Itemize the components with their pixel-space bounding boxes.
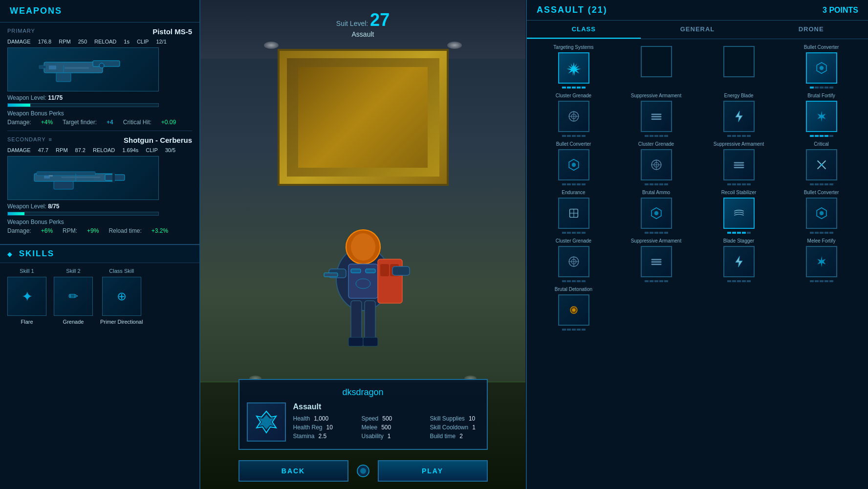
secondary-weapon-image[interactable] bbox=[7, 156, 159, 200]
tab-class[interactable]: CLASS bbox=[527, 21, 641, 39]
svg-rect-42 bbox=[651, 113, 661, 115]
perk-icon-7[interactable] bbox=[806, 101, 837, 132]
perk-item-12[interactable]: Endurance bbox=[534, 189, 613, 234]
primary-reload-val: 1s bbox=[124, 39, 130, 44]
perk-icon-13[interactable] bbox=[641, 198, 672, 229]
perk-item-11[interactable]: Critical bbox=[782, 141, 861, 185]
perk-item-3[interactable]: Bullet Converter bbox=[782, 44, 861, 89]
perk-item-4[interactable]: Cluster Grenade bbox=[534, 92, 613, 137]
secondary-level-label: Weapon Level: 8/75 bbox=[7, 203, 192, 210]
svg-rect-1 bbox=[93, 61, 120, 67]
perk-icon-5[interactable] bbox=[641, 101, 672, 132]
perk-item-14[interactable]: Recoil Stabilizer bbox=[699, 189, 778, 234]
skill-1: Skill 1 ✦ Flare bbox=[7, 268, 46, 325]
perk-icon-11[interactable] bbox=[806, 149, 837, 180]
perk-icon-6[interactable] bbox=[723, 101, 755, 132]
svg-point-56 bbox=[820, 164, 822, 166]
perk-icon-20[interactable] bbox=[558, 294, 589, 326]
play-button[interactable]: PLAY bbox=[378, 460, 488, 482]
room-door-inner bbox=[287, 58, 439, 177]
back-button[interactable]: BACK bbox=[239, 460, 348, 482]
primary-perk3-key: Critical Hit: bbox=[123, 119, 152, 126]
perk-icon-15[interactable] bbox=[806, 198, 837, 229]
primary-perk-stats: Damage: +4% Target finder: +4 Critical H… bbox=[7, 119, 192, 126]
svg-point-37 bbox=[819, 66, 823, 70]
primary-rpm-label: RPM bbox=[59, 39, 70, 44]
skill-class-box[interactable]: ⊕ bbox=[102, 277, 141, 316]
room-light-right bbox=[447, 42, 462, 49]
perk-icon-18[interactable] bbox=[723, 246, 755, 277]
perk-item-0[interactable]: Targeting Systems bbox=[534, 44, 613, 89]
tab-general[interactable]: GENERAL bbox=[641, 21, 755, 39]
perk-icon-0[interactable] bbox=[558, 52, 589, 84]
perk-icon-8[interactable] bbox=[558, 149, 589, 180]
svg-rect-51 bbox=[734, 162, 744, 163]
perk-name-12: Endurance bbox=[562, 189, 585, 196]
primary-damage-val: 176.8 bbox=[38, 39, 52, 44]
svg-rect-70 bbox=[651, 264, 661, 265]
perk-item-5[interactable]: Suppressive Armament bbox=[617, 92, 695, 137]
perk-icon-12[interactable] bbox=[558, 198, 589, 229]
perk-item-13[interactable]: Brutal Ammo bbox=[617, 189, 695, 234]
perk-name-5: Suppressive Armament bbox=[631, 92, 681, 99]
tabs-bar: CLASS GENERAL DRONE bbox=[527, 21, 868, 39]
perk-icon-14[interactable] bbox=[723, 198, 755, 229]
svg-rect-27 bbox=[392, 267, 410, 275]
perk-icon-16[interactable] bbox=[558, 246, 589, 277]
room-door bbox=[278, 49, 449, 186]
svg-rect-5 bbox=[39, 66, 46, 68]
perk-item-10[interactable]: Suppressive Armament bbox=[699, 141, 778, 185]
skills-section: Skill 1 ✦ Flare Skill 2 ✏ Grenade Class … bbox=[0, 263, 199, 330]
perk-item-17[interactable]: Suppressive Armament bbox=[617, 238, 695, 282]
perk-item-19[interactable]: Melee Fortify bbox=[782, 238, 861, 282]
perk-item-16[interactable]: Cluster Grenade bbox=[534, 238, 613, 282]
perk-name-16: Cluster Grenade bbox=[556, 238, 591, 244]
profile-class-icon bbox=[247, 402, 286, 442]
primary-weapon-image[interactable] bbox=[7, 47, 159, 91]
perk-icon-17[interactable] bbox=[641, 246, 672, 277]
skill-class-icon: ⊕ bbox=[117, 289, 127, 303]
perk-icon-3[interactable] bbox=[806, 52, 837, 84]
svg-rect-44 bbox=[651, 118, 661, 120]
tab-drone[interactable]: DRONE bbox=[754, 21, 868, 39]
perk-item-8[interactable]: Bullet Converter bbox=[534, 141, 613, 185]
perk-icon-9[interactable] bbox=[641, 149, 672, 180]
perk-item-20[interactable]: Brutal Detonation bbox=[534, 286, 613, 331]
primary-stats: DAMAGE 176.8 RPM 250 RELOAD 1s CLIP 12/1 bbox=[7, 39, 192, 44]
right-panel: ASSAULT (21) 3 POINTS CLASS GENERAL DRON… bbox=[526, 0, 868, 489]
perk-icon-2 bbox=[723, 46, 755, 77]
perk-item-15[interactable]: Bullet Converter bbox=[782, 189, 861, 234]
skill-2-box[interactable]: ✏ bbox=[54, 277, 93, 316]
perk-name-11: Critical bbox=[814, 141, 829, 147]
svg-rect-8 bbox=[34, 174, 115, 181]
perk-name-3: Bullet Converter bbox=[804, 44, 839, 50]
profile-content: Assault Health 1,000 Speed 500 Skill Sup… bbox=[247, 402, 479, 442]
primary-clip-val: 12/1 bbox=[156, 39, 166, 44]
perk-name-7: Brutal Fortify bbox=[807, 92, 835, 99]
perk-item-7[interactable]: Brutal Fortify bbox=[782, 92, 861, 137]
perks-grid: Targeting Systems Bullet Converter Clust… bbox=[527, 39, 868, 335]
svg-rect-0 bbox=[44, 62, 103, 73]
primary-weapon-section: PRIMARY Pistol MS-5 DAMAGE 176.8 RPM 250… bbox=[0, 22, 199, 239]
primary-reload-label: RELOAD bbox=[94, 39, 116, 44]
secondary-level-value: 8/75 bbox=[48, 203, 59, 210]
perk-icon-10[interactable] bbox=[723, 149, 755, 180]
svg-rect-3 bbox=[49, 66, 56, 69]
secondary-weapon-name: Shotgun - Cerberus bbox=[124, 136, 192, 144]
perk-icon-4[interactable] bbox=[558, 101, 589, 132]
skill-2: Skill 2 ✏ Grenade bbox=[54, 268, 93, 325]
profile-card: dksdragon Assault Health 1,000 bbox=[239, 379, 488, 450]
perk-icon-19[interactable] bbox=[806, 246, 837, 277]
svg-rect-2 bbox=[56, 73, 71, 82]
svg-rect-33 bbox=[324, 273, 338, 277]
svg-rect-15 bbox=[61, 177, 100, 178]
secondary-progress-fill bbox=[8, 212, 24, 215]
primary-level-label: Weapon Level: 11/75 bbox=[7, 94, 192, 101]
perk-name-4: Cluster Grenade bbox=[556, 92, 591, 99]
perk-item-6[interactable]: Energy Blade bbox=[699, 92, 778, 137]
perk-item-18[interactable]: Blade Stagger bbox=[699, 238, 778, 282]
skill-1-box[interactable]: ✦ bbox=[7, 277, 46, 316]
perk-item-9[interactable]: Cluster Grenade bbox=[617, 141, 695, 185]
perk-name-17: Suppressive Armament bbox=[631, 238, 681, 244]
svg-rect-21 bbox=[351, 269, 361, 273]
